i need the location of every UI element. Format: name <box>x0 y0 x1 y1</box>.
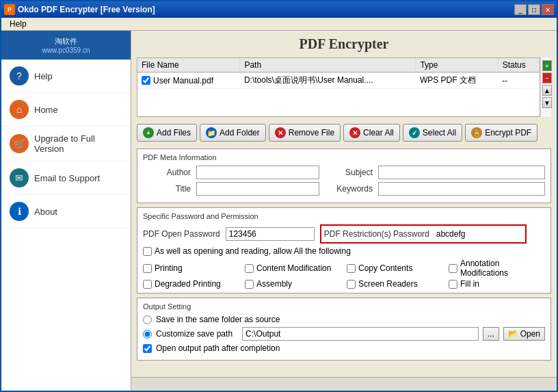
menu-bar: Help <box>1 18 557 31</box>
col-type: Type <box>416 58 498 73</box>
perm-printing: Printing <box>143 259 239 278</box>
perm-screen-readers-checkbox[interactable] <box>347 280 356 289</box>
open-after-label: Open output path after completion <box>156 343 280 353</box>
author-label: Author <box>143 168 191 177</box>
content-area: PDF Encrypter File Name Path Type <box>131 31 557 391</box>
password-section-title: Specific Password and Permission <box>143 212 545 220</box>
home-icon: ⌂ <box>10 100 29 119</box>
action-buttons: + Add Files 📁 Add Folder ✕ Remove File ✕… <box>137 121 551 144</box>
table-actions: + − ▲ ▼ <box>540 57 551 117</box>
open-after-row: Open output path after completion <box>143 343 545 353</box>
clear-all-button[interactable]: ✕ Clear All <box>343 124 400 142</box>
add-files-icon: + <box>143 127 154 138</box>
title-bar: P Okdo PDF Encrypter [Free Version] _ □ … <box>1 1 557 18</box>
password-row: PDF Open Password PDF Restriction(s) Pas… <box>143 224 545 244</box>
encrypt-pdf-button[interactable]: 🔒 Encrypt PDF <box>465 124 537 142</box>
content-inner: File Name Path Type Status <box>131 55 557 377</box>
maximize-button[interactable]: □ <box>528 4 540 15</box>
perm-copy-checkbox[interactable] <box>347 264 356 273</box>
perm-degraded-checkbox[interactable] <box>143 280 152 289</box>
file-table-container: File Name Path Type Status <box>137 57 540 117</box>
sidebar-item-email-label: Email to Support <box>34 173 100 183</box>
help-icon: ? <box>10 66 29 86</box>
keywords-label: Keywords <box>325 184 373 194</box>
open-password-input[interactable] <box>226 227 315 241</box>
output-option1-radio[interactable] <box>143 315 152 324</box>
close-button[interactable]: ✕ <box>542 4 554 15</box>
main-window: P Okdo PDF Encrypter [Free Version] _ □ … <box>0 0 558 392</box>
file-checkbox[interactable] <box>142 76 150 85</box>
add-files-button[interactable]: + Add Files <box>137 124 197 142</box>
perm-content-mod: Content Modification <box>245 259 341 278</box>
open-password-label: PDF Open Password <box>143 229 220 239</box>
title-controls: _ □ ✕ <box>514 4 554 15</box>
status-bar <box>131 377 557 391</box>
email-icon: ✉ <box>10 168 29 187</box>
select-all-button[interactable]: ✓ Select All <box>403 124 462 142</box>
clear-all-icon: ✕ <box>349 127 360 138</box>
add-folder-icon: 📁 <box>206 127 217 138</box>
perm-printing-checkbox[interactable] <box>143 264 152 273</box>
file-table-wrapper: File Name Path Type Status <box>137 57 551 117</box>
output-path-input[interactable] <box>242 327 479 341</box>
file-table: File Name Path Type Status <box>137 58 540 116</box>
keywords-input[interactable] <box>378 182 545 196</box>
add-folder-button[interactable]: 📁 Add Folder <box>200 124 266 142</box>
output-section-title: Output Setting <box>143 302 545 311</box>
move-up-button[interactable]: ▲ <box>542 85 552 96</box>
sidebar-item-about[interactable]: ℹ About <box>1 195 131 228</box>
file-name-cell: User Manual.pdf <box>137 73 240 89</box>
restriction-password-input[interactable] <box>434 227 522 241</box>
main-area: 淘软件 www.pc0359.cn ? Help ⌂ Home 🛒 Upgrad… <box>1 31 557 391</box>
table-row: User Manual.pdf D:\tools\桌面说明书\User Manu… <box>137 73 540 89</box>
perm-content-mod-checkbox[interactable] <box>245 264 254 273</box>
col-filename: File Name <box>137 58 240 73</box>
subject-input[interactable] <box>378 166 545 179</box>
col-path: Path <box>240 58 416 73</box>
remove-row-button[interactable]: − <box>542 73 552 83</box>
app-icon: P <box>4 4 15 15</box>
title-input[interactable] <box>196 182 319 196</box>
remove-file-button[interactable]: ✕ Remove File <box>269 124 341 142</box>
output-option1-row: Save in the same folder as source <box>143 315 545 324</box>
sidebar-item-help[interactable]: ? Help <box>1 60 131 93</box>
perm-fill-in-checkbox[interactable] <box>449 280 457 289</box>
perm-assembly: Assembly <box>245 279 341 289</box>
open-after-checkbox[interactable] <box>143 344 152 353</box>
output-option1-label: Save in the same folder as source <box>156 315 280 324</box>
browse-button[interactable]: ... <box>483 327 499 341</box>
add-row-button[interactable]: + <box>542 60 552 71</box>
restriction-password-label: PDF Restriction(s) Password <box>324 229 429 239</box>
meta-section-title: PDF Meta Information <box>143 153 545 161</box>
meta-section: PDF Meta Information Author Subject Titl… <box>137 148 551 203</box>
perm-fill-in: Fill in <box>449 279 545 289</box>
remove-file-icon: ✕ <box>275 127 286 138</box>
move-down-button[interactable]: ▼ <box>542 97 552 108</box>
menu-help[interactable]: Help <box>7 18 29 30</box>
window-title: Okdo PDF Encrypter [Free Version] <box>18 5 155 14</box>
encrypt-icon: 🔒 <box>471 127 482 138</box>
author-row: Author Subject <box>143 166 545 179</box>
upgrade-icon: 🛒 <box>10 134 29 153</box>
sidebar-nav: ? Help ⌂ Home 🛒 Upgrade to Full Version … <box>1 60 131 391</box>
author-input[interactable] <box>196 166 319 179</box>
allow-checkbox[interactable] <box>143 247 152 256</box>
file-type-cell: WPS PDF 文档 <box>416 73 498 89</box>
sidebar-logo: 淘软件 www.pc0359.cn <box>1 31 131 60</box>
output-option2-label: Customize save path <box>156 329 232 339</box>
logo-text: 淘软件 <box>7 36 125 47</box>
sidebar-item-upgrade-label: Upgrade to Full Version <box>34 133 122 154</box>
sidebar-item-upgrade[interactable]: 🛒 Upgrade to Full Version <box>1 127 131 161</box>
col-status: Status <box>498 58 539 73</box>
output-option2-radio[interactable] <box>143 330 152 339</box>
open-folder-button[interactable]: 📂 Open <box>503 327 545 341</box>
perm-assembly-checkbox[interactable] <box>245 280 254 289</box>
perm-annotation-checkbox[interactable] <box>449 264 457 273</box>
sidebar-item-home[interactable]: ⌂ Home <box>1 93 131 127</box>
sidebar-item-email[interactable]: ✉ Email to Support <box>1 161 131 195</box>
restriction-box: PDF Restriction(s) Password <box>320 224 527 244</box>
minimize-button[interactable]: _ <box>514 4 527 15</box>
subject-label: Subject <box>325 168 373 177</box>
select-all-icon: ✓ <box>409 127 420 138</box>
sidebar-item-help-label: Help <box>34 71 53 81</box>
